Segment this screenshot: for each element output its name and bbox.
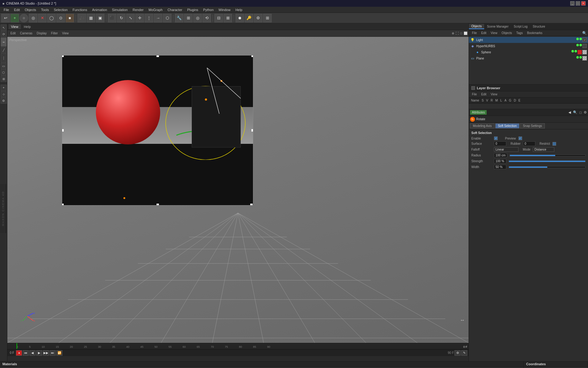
vp-icon-1[interactable]: ⊕ [452, 32, 454, 35]
tool-ring[interactable]: ◎ [29, 14, 37, 22]
left-tool-5[interactable]: ┊ [1, 53, 7, 63]
sphere-checker-tag[interactable] [582, 50, 587, 54]
layer-checkbox[interactable] [471, 86, 475, 90]
tool-move2[interactable]: ⟲ [202, 14, 211, 22]
tool-rotate[interactable]: ↻ [117, 14, 126, 22]
attr-checkbox-preview[interactable]: ✓ [518, 136, 522, 140]
menu-objects[interactable]: Objects [22, 7, 39, 12]
obj-menu-bookmarks[interactable]: Bookmarks [525, 31, 544, 35]
obj-tab-scene[interactable]: Scene Manager [484, 24, 511, 29]
obj-menu-view[interactable]: View [489, 31, 499, 35]
tl-btn-next-key[interactable]: ⏭ [50, 350, 56, 356]
tab-view[interactable]: View [9, 24, 21, 29]
tool-deform[interactable]: ⋮ [145, 14, 153, 22]
obj-row-light[interactable]: 💡 Light ✓ [469, 37, 588, 43]
attr-tab-mode[interactable]: Attributes [470, 110, 487, 115]
attr-dropdown-falloff[interactable]: Linear [494, 147, 518, 152]
tool-film2[interactable]: ▣ [96, 14, 104, 22]
layer-menu-view[interactable]: View [489, 92, 499, 96]
menu-render[interactable]: Render [130, 7, 146, 12]
attr-value-surface[interactable]: 0 [494, 141, 506, 146]
attr-header-icon-2[interactable]: 🔍 [573, 110, 577, 114]
scene-wrapper[interactable]: Perspective [7, 37, 469, 343]
sphere-dot-2[interactable] [575, 50, 577, 52]
tool-target[interactable]: ◎ [193, 14, 202, 22]
vp-display[interactable]: Display [35, 31, 49, 35]
menu-animation[interactable]: Animation [90, 7, 110, 12]
light-render-dot[interactable] [579, 38, 582, 40]
tool-record[interactable]: ⏺ [236, 14, 244, 22]
close-button[interactable]: ✕ [581, 1, 586, 6]
tool-key[interactable]: 🔑 [245, 14, 253, 22]
tl-btn-play[interactable]: ▶ [36, 350, 42, 356]
left-tool-8[interactable]: ⊞ [1, 76, 7, 82]
tool-select[interactable]: ⬡ [163, 14, 172, 22]
sphere-material-tag[interactable] [578, 50, 582, 54]
nurbs-tag[interactable] [582, 44, 587, 48]
light-visible-dot[interactable] [576, 38, 579, 40]
attr-tab-snap[interactable]: Snap Settings [520, 123, 545, 128]
menu-plugins[interactable]: Plugins [185, 7, 201, 12]
tl-btn-prev-key[interactable]: ⏮ [23, 350, 29, 356]
layer-menu-edit[interactable]: Edit [479, 92, 488, 96]
tool-cube2[interactable]: ⬛ [108, 14, 116, 22]
attr-value-width[interactable]: 50 % [494, 165, 506, 169]
left-tool-1[interactable]: ↖ [1, 25, 7, 31]
left-tool-7[interactable]: ⬡ [1, 69, 7, 75]
tl-btn-settings[interactable]: ⚙ [454, 350, 461, 356]
obj-tab-structure[interactable]: Structure [530, 24, 548, 29]
attr-tab-modeling[interactable]: Modeling Axis [470, 123, 495, 128]
tool-layout[interactable]: ⊠ [224, 14, 232, 22]
tool-undo[interactable]: ↩ [1, 14, 10, 22]
vp-icon-3[interactable]: □ [460, 32, 462, 35]
tool-circle[interactable]: ○ [20, 14, 28, 22]
vp-view[interactable]: View [60, 31, 71, 35]
tool-camera[interactable]: 🎥 [77, 14, 86, 22]
sphere-dot-1[interactable] [571, 50, 574, 52]
menu-tools[interactable]: Tools [39, 7, 51, 12]
tl-btn-record[interactable]: ● [16, 350, 22, 356]
maximize-button[interactable]: □ [576, 1, 580, 6]
layer-menu-file[interactable]: File [470, 92, 479, 96]
tool-move[interactable]: ✛ [135, 14, 144, 22]
tool-sphere-outline[interactable]: ◯ [47, 14, 56, 22]
menu-help[interactable]: Help [233, 7, 245, 12]
vp-edit[interactable]: Edit [9, 31, 17, 35]
tool-grid2[interactable]: ⊟ [214, 14, 223, 22]
minimize-button[interactable]: _ [570, 1, 575, 6]
tool-film[interactable]: ▦ [87, 14, 95, 22]
tool-arrow[interactable]: → [154, 14, 162, 22]
attr-value-strength[interactable]: 100 % [494, 159, 506, 163]
vp-icon-2[interactable]: ⛶ [456, 32, 459, 35]
obj-menu-edit[interactable]: Edit [479, 31, 488, 35]
menu-simulation[interactable]: Simulation [110, 7, 130, 12]
left-tool-11[interactable]: ⚙ [1, 98, 7, 104]
tool-torus[interactable]: ⊙ [56, 14, 65, 22]
obj-menu-file[interactable]: File [470, 31, 479, 35]
menu-python[interactable]: Python [201, 7, 216, 12]
menu-character[interactable]: Character [165, 7, 185, 12]
attr-dropdown-mode[interactable]: Distance [533, 147, 554, 152]
tab-help[interactable]: Help [21, 24, 33, 29]
attr-checkbox-restrict[interactable] [552, 142, 556, 146]
attr-header-icon-4[interactable]: ⚙ [584, 110, 587, 114]
titlebar-controls[interactable]: _ □ ✕ [570, 1, 586, 6]
left-tool-4[interactable]: ╱ [1, 47, 7, 53]
menu-functions[interactable]: Functions [70, 7, 90, 12]
attr-checkbox-enable[interactable]: ✓ [494, 136, 498, 140]
obj-menu-tags[interactable]: Tags [514, 31, 525, 35]
tl-btn-prev[interactable]: ◀ [29, 350, 36, 356]
attr-bar-strength[interactable] [509, 160, 586, 162]
obj-row-plane[interactable]: ▭ Plane [469, 55, 588, 61]
tl-btn-loop[interactable]: 🔁 [56, 350, 62, 356]
menu-edit[interactable]: Edit [12, 7, 22, 12]
obj-tab-objects[interactable]: Objects [469, 24, 484, 29]
menu-mograph[interactable]: MoGraph [146, 7, 165, 12]
left-tool-2[interactable]: ⟳ [1, 31, 7, 37]
tool-settings[interactable]: ⚙ [254, 14, 262, 22]
tool-grid[interactable]: ⊞ [184, 14, 193, 22]
attr-value-rubber[interactable]: 0 [523, 141, 535, 146]
vp-filter[interactable]: Filter [49, 31, 60, 35]
tool-scale[interactable]: ⤡ [126, 14, 135, 22]
left-tool-10[interactable]: ⊹ [1, 91, 7, 97]
